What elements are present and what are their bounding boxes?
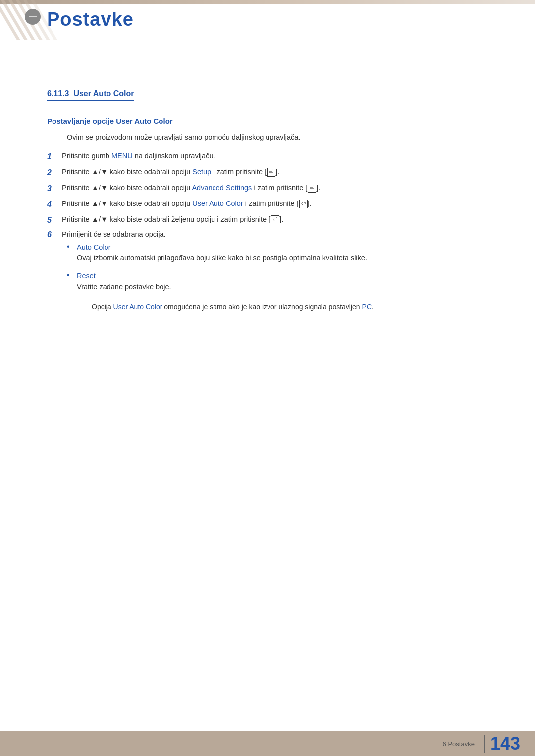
footer-page-number: 143: [490, 735, 520, 753]
note-highlight-2: PC: [362, 303, 372, 311]
page-container: — Postavke 6.11.3 User Auto Color Postav…: [0, 0, 535, 756]
section-number-title: 6.11.3 User Auto Color: [47, 89, 134, 101]
step-4: 4 Pritisnite ▲/▼ kako biste odabrali opc…: [47, 199, 505, 210]
step-1: 1 Pritisnite gumb MENU na daljinskom upr…: [47, 151, 505, 163]
step-4-enter: ⏎: [299, 200, 308, 208]
circle-icon: —: [25, 9, 41, 25]
step-6-num: 6: [47, 230, 62, 239]
step-6-text: Primijenit će se odabrana opcija.: [62, 230, 505, 238]
bullet-label-reset: Reset: [77, 272, 505, 280]
step-5-enter: ⏎: [271, 215, 279, 224]
step-2-highlight: Setup: [192, 168, 211, 176]
step-3-enter: ⏎: [308, 184, 316, 192]
bullet-desc-auto-color: Ovaj izbornik automatski prilagođava boj…: [77, 253, 505, 264]
step-3-num: 3: [47, 183, 62, 195]
bullet-dot-2: •: [67, 271, 77, 280]
step-4-text: Pritisnite ▲/▼ kako biste odabrali opcij…: [62, 199, 505, 209]
step-5-num: 5: [47, 214, 62, 226]
bullet-reset: • Reset Vratite zadane postavke boje.: [67, 272, 505, 298]
step-2: 2 Pritisnite ▲/▼ kako biste odabrali opc…: [47, 167, 505, 179]
step-3-text: Pritisnite ▲/▼ kako biste odabrali opcij…: [62, 183, 505, 194]
section-heading: 6.11.3 User Auto Color: [47, 89, 505, 108]
step-4-num: 4: [47, 199, 62, 210]
bottom-footer: 6 Postavke 143: [0, 731, 535, 756]
step-5: 5 Pritisnite ▲/▼ kako biste odabrali žel…: [47, 214, 505, 226]
note-highlight-1: User Auto Color: [113, 303, 162, 311]
step-6-content: Primijenit će se odabrana opcija. • Auto…: [62, 230, 505, 313]
bullet-content-1: Auto Color Ovaj izbornik automatski pril…: [77, 243, 505, 269]
footer-chapter-text: 6 Postavke: [443, 740, 475, 748]
step-1-text: Pritisnite gumb MENU na daljinskom uprav…: [62, 151, 505, 162]
bullet-content-2: Reset Vratite zadane postavke boje.: [77, 272, 505, 298]
bullet-dot-1: •: [67, 242, 77, 251]
sub-heading: Postavljanje opcije User Auto Color: [47, 117, 505, 125]
step-5-text: Pritisnite ▲/▼ kako biste odabrali želje…: [62, 214, 505, 225]
step-2-text: Pritisnite ▲/▼ kako biste odabrali opcij…: [62, 167, 505, 178]
bullet-auto-color: • Auto Color Ovaj izbornik automatski pr…: [67, 243, 505, 269]
circle-icon-symbol: —: [29, 12, 37, 21]
steps-list: 1 Pritisnite gumb MENU na daljinskom upr…: [47, 151, 505, 226]
top-stripe: [0, 0, 535, 4]
bullet-list: • Auto Color Ovaj izbornik automatski pr…: [62, 243, 505, 298]
content-area: 6.11.3 User Auto Color Postavljanje opci…: [47, 59, 505, 726]
footer-divider: [484, 735, 485, 753]
step-3: 3 Pritisnite ▲/▼ kako biste odabrali opc…: [47, 183, 505, 195]
step-6-container: 6 Primijenit će se odabrana opcija. • Au…: [47, 230, 505, 313]
step-1-highlight: MENU: [111, 152, 133, 160]
intro-text: Ovim se proizvodom može upravljati samo …: [67, 132, 505, 143]
page-title: Postavke: [47, 9, 134, 30]
note-box: Opcija User Auto Color omogućena je samo…: [92, 302, 505, 312]
step-3-highlight: Advanced Settings: [192, 184, 252, 192]
bullet-label-auto-color: Auto Color: [77, 243, 505, 251]
step-2-enter: ⏎: [267, 168, 275, 176]
step-2-num: 2: [47, 167, 62, 179]
step-1-num: 1: [47, 151, 62, 163]
step-4-highlight: User Auto Color: [192, 200, 243, 207]
bullet-desc-reset: Vratite zadane postavke boje.: [77, 282, 505, 293]
svg-line-0: [0, 0, 20, 40]
